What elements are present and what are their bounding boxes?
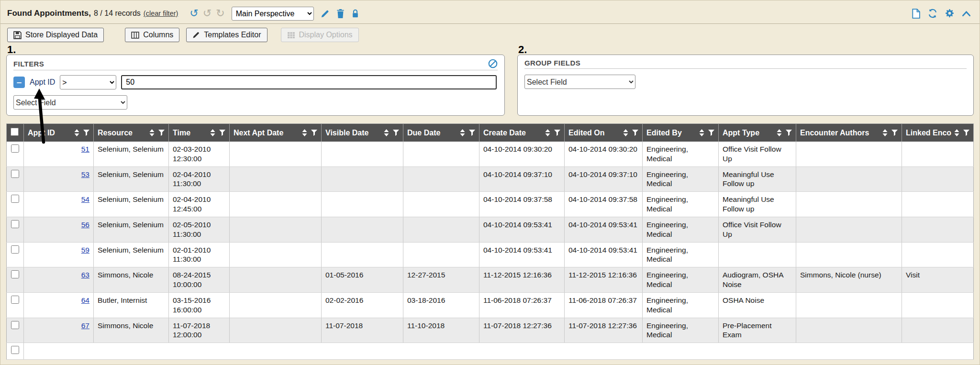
filter-field-label: Appt ID: [30, 78, 55, 87]
sort-icon[interactable]: [699, 129, 704, 136]
table-body: 51Selenium, Selenium02-03-2010 12:30:000…: [7, 142, 974, 360]
column-header-appt-type[interactable]: Appt Type: [719, 124, 796, 142]
row-checkbox[interactable]: [11, 296, 19, 304]
column-filter-icon[interactable]: [963, 130, 969, 136]
lock-icon[interactable]: [351, 9, 359, 18]
appt-id-link[interactable]: 51: [81, 145, 89, 153]
empty-row: [7, 343, 974, 360]
cell-next-apt-date: [230, 292, 322, 318]
appt-id-link[interactable]: 63: [81, 271, 89, 279]
sort-icon[interactable]: [623, 129, 628, 136]
column-filter-icon[interactable]: [158, 130, 165, 136]
refresh-icon[interactable]: [928, 9, 937, 18]
sort-icon[interactable]: [954, 129, 959, 136]
columns-button[interactable]: Columns: [125, 28, 179, 42]
empty-row-filler: [24, 343, 974, 360]
cell-appt-id: 59: [24, 242, 94, 267]
column-filter-icon[interactable]: [632, 130, 638, 136]
sort-icon[interactable]: [384, 129, 389, 136]
cell-appt-id: 51: [24, 142, 94, 166]
cell-create-date: 11-07-2018 12:27:36: [479, 318, 565, 343]
perspective-select[interactable]: Main Perspective: [232, 7, 314, 21]
row-checkbox[interactable]: [11, 195, 19, 203]
cell-linked-encounters: Visit: [902, 267, 974, 293]
cell-edited-by: Engineering, Medical: [643, 217, 719, 242]
cell-linked-encounters: [902, 292, 974, 318]
sort-icon[interactable]: [460, 129, 465, 136]
remove-filter-button[interactable]: –: [13, 77, 25, 88]
column-filter-icon[interactable]: [708, 130, 714, 136]
cell-next-apt-date: [230, 166, 322, 192]
redo-all-icon: ↻: [216, 8, 224, 19]
sort-icon[interactable]: [210, 129, 215, 136]
cell-linked-encounters: [902, 192, 974, 217]
appt-id-link[interactable]: 54: [81, 195, 89, 203]
row-checkbox[interactable]: [11, 321, 19, 329]
column-filter-icon[interactable]: [469, 130, 475, 136]
filter-add-field-select[interactable]: Select Field: [13, 95, 127, 110]
appt-id-link[interactable]: 59: [81, 246, 89, 254]
column-header-next-apt-date[interactable]: Next Apt Date: [230, 124, 322, 142]
sort-icon[interactable]: [545, 129, 550, 136]
sort-icon[interactable]: [74, 129, 79, 136]
column-header-time[interactable]: Time: [169, 124, 230, 142]
column-header-edited-by[interactable]: Edited By: [643, 124, 719, 142]
column-filter-icon[interactable]: [83, 130, 89, 136]
column-filter-icon[interactable]: [393, 130, 399, 136]
row-checkbox[interactable]: [11, 144, 19, 153]
row-checkbox[interactable]: [11, 170, 19, 178]
collapse-chevron-icon[interactable]: [962, 11, 971, 17]
filters-heading: FILTERS: [13, 60, 44, 68]
column-filter-icon[interactable]: [554, 130, 560, 136]
row-select-cell: [7, 242, 24, 267]
undo-icon[interactable]: ↺: [189, 8, 198, 19]
sort-icon[interactable]: [777, 129, 782, 136]
filter-value-input[interactable]: [121, 75, 497, 89]
sort-icon[interactable]: [302, 129, 307, 136]
column-filter-icon[interactable]: [311, 130, 317, 136]
edit-pencil-icon[interactable]: [321, 9, 330, 18]
filter-operator-select[interactable]: >: [60, 75, 116, 89]
cell-visible-date: [322, 192, 403, 217]
cell-resource: Selenium, Selenium: [94, 142, 169, 166]
group-field-select[interactable]: Select Field: [524, 75, 635, 89]
clear-filters-block-icon[interactable]: [488, 59, 498, 68]
row-checkbox[interactable]: [11, 220, 19, 228]
sort-icon[interactable]: [882, 129, 888, 136]
store-displayed-data-button[interactable]: Store Displayed Data: [7, 28, 104, 42]
clear-filter-link[interactable]: (clear filter): [144, 10, 178, 17]
cell-due-date: [403, 242, 479, 267]
column-header-linked-encounters[interactable]: Linked Encounters: [902, 124, 974, 142]
column-label: Visible Date: [325, 129, 381, 137]
cell-appt-id: 64: [24, 292, 94, 318]
page-title: Found Appointments, 8 / 14 records (clea…: [6, 9, 178, 18]
sort-icon[interactable]: [149, 129, 155, 136]
column-label: Encounter Authors: [800, 129, 880, 137]
cell-create-date: 04-10-2014 09:30:20: [479, 142, 565, 166]
row-checkbox[interactable]: [11, 245, 19, 254]
column-header-resource[interactable]: Resource: [94, 124, 169, 142]
appt-id-link[interactable]: 64: [81, 296, 89, 304]
appt-id-link[interactable]: 67: [81, 321, 89, 330]
column-header-create-date[interactable]: Create Date: [479, 124, 565, 142]
column-header-visible-date[interactable]: Visible Date: [322, 124, 403, 142]
cell-resource: Simmons, Nicole: [94, 318, 169, 343]
appt-id-link[interactable]: 53: [81, 170, 89, 178]
column-header-encounter-authors[interactable]: Encounter Authors: [796, 124, 902, 142]
select-all-checkbox[interactable]: [11, 128, 19, 136]
new-document-icon[interactable]: [912, 9, 921, 19]
cell-edited-on: 04-10-2014 09:37:58: [565, 192, 643, 217]
row-checkbox[interactable]: [11, 346, 19, 354]
cell-time: 02-04-2010 11:30:00: [169, 166, 230, 192]
appt-id-link[interactable]: 56: [81, 221, 89, 229]
column-header-appt-id[interactable]: Appt ID: [24, 124, 94, 142]
templates-editor-button[interactable]: Templates Editor: [186, 28, 267, 42]
column-filter-icon[interactable]: [891, 130, 898, 136]
settings-gear-icon[interactable]: [945, 9, 955, 19]
column-header-edited-on[interactable]: Edited On: [565, 124, 643, 142]
row-checkbox[interactable]: [11, 270, 19, 278]
delete-trash-icon[interactable]: [336, 9, 345, 18]
column-filter-icon[interactable]: [219, 130, 225, 136]
column-filter-icon[interactable]: [786, 130, 792, 136]
column-header-due-date[interactable]: Due Date: [403, 124, 479, 142]
